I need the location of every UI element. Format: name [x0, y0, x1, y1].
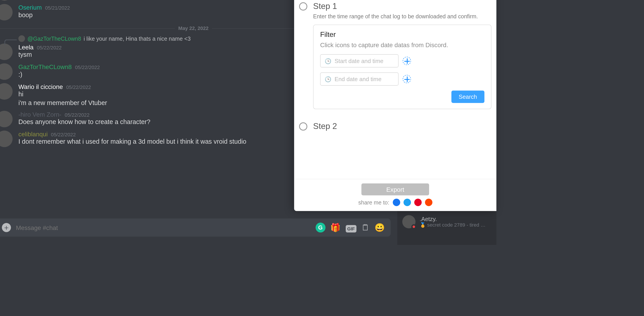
- message-timestamp: 05/21/2022: [45, 5, 70, 11]
- message-timestamp: 05/22/2022: [37, 45, 62, 50]
- member-name: .Aetzy.: [420, 216, 437, 222]
- avatar[interactable]: [0, 0, 12, 1]
- capture-end-button[interactable]: [403, 75, 411, 83]
- end-date-input[interactable]: 🕒End date and time: [320, 72, 399, 86]
- step-1-desc: Enter the time range of the chat log to …: [313, 13, 491, 20]
- share-row: share me to:: [301, 199, 490, 206]
- emoji-icon[interactable]: 😀: [374, 223, 385, 232]
- step-2-label: Step 2: [313, 122, 337, 131]
- attach-button[interactable]: ＋: [2, 223, 11, 232]
- step-1-label: Step 1: [313, 1, 491, 11]
- export-button[interactable]: Export: [362, 183, 429, 196]
- twitter-icon[interactable]: [404, 199, 411, 206]
- avatar[interactable]: [0, 43, 12, 60]
- filter-title: Filter: [320, 31, 484, 39]
- message-author[interactable]: GazTorTheCLown8: [18, 63, 72, 70]
- message-timestamp: 05/22/2022: [51, 132, 76, 138]
- avatar[interactable]: [0, 111, 12, 127]
- clock-icon: 🕒: [325, 76, 332, 82]
- message-author[interactable]: Oserium: [18, 4, 42, 11]
- message-timestamp: 05/22/2022: [75, 65, 100, 70]
- avatar[interactable]: [0, 63, 12, 80]
- gift-icon[interactable]: 🎁: [330, 223, 340, 232]
- filter-hint: Click icons to capture date datas from D…: [320, 41, 484, 48]
- chat-input-row: ＋ G 🎁 GIF 🗒 😀: [0, 219, 397, 245]
- start-date-input[interactable]: 🕒Start date and time: [320, 54, 399, 67]
- reddit-icon[interactable]: [425, 199, 432, 206]
- filter-card: Filter Click icons to capture date datas…: [313, 24, 491, 109]
- message-timestamp: 05/22/2022: [66, 84, 91, 90]
- capture-start-button[interactable]: [403, 57, 411, 65]
- clock-icon: 🕒: [325, 58, 332, 64]
- avatar[interactable]: [0, 130, 12, 147]
- facebook-icon[interactable]: [393, 199, 400, 206]
- message-input[interactable]: [16, 224, 310, 231]
- avatar: [402, 215, 416, 228]
- search-button[interactable]: Search: [451, 90, 484, 103]
- member-status: 🏅 secret code 2789 - tired of …: [420, 222, 486, 228]
- message-author[interactable]: Wario il ciccione: [18, 83, 63, 90]
- step-indicator: [299, 2, 307, 10]
- message-author[interactable]: Leela: [18, 43, 34, 50]
- gif-button[interactable]: GIF: [346, 223, 356, 232]
- sticker-icon[interactable]: 🗒: [361, 223, 370, 232]
- pinterest-icon[interactable]: [414, 199, 422, 206]
- step-indicator: [299, 122, 307, 130]
- grammarly-icon[interactable]: G: [316, 223, 325, 232]
- avatar[interactable]: [0, 83, 12, 100]
- member-row[interactable]: .Aetzy. 🏅 secret code 2789 - tired of …: [401, 213, 493, 231]
- message-author[interactable]: -hiro Vem Zorn-: [18, 111, 61, 118]
- message-timestamp: 05/22/2022: [64, 112, 90, 118]
- avatar[interactable]: [0, 4, 12, 20]
- exporter-panel: ›› Discord Chat Exporter Live3d | Vtuber…: [294, 0, 496, 211]
- chat-input[interactable]: ＋ G 🎁 GIF 🗒 😀: [0, 219, 391, 237]
- message-author[interactable]: celiblanqui: [18, 130, 48, 137]
